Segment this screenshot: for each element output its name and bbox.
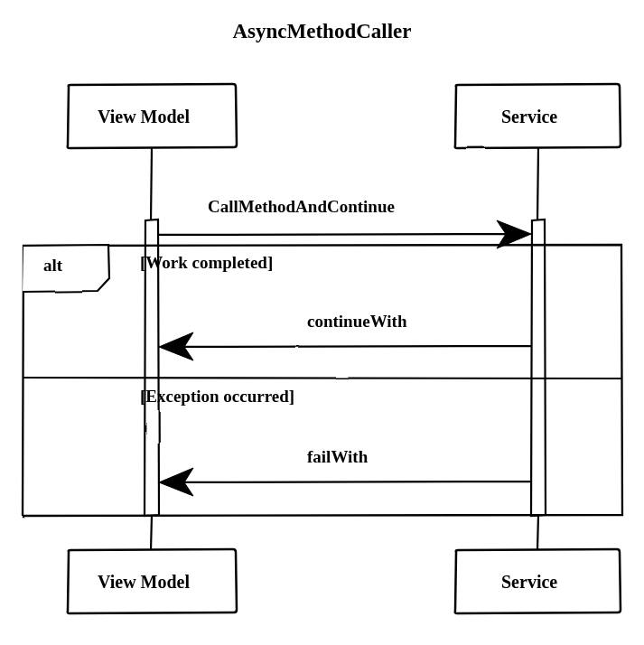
label-continuewith: continueWith [307,312,407,332]
lifeline-service-top [537,148,538,220]
diagram-title: AsyncMethodCaller [0,20,644,43]
lifeline-service-bottom [537,515,538,550]
lifeline-viewmodel-bottom [151,515,152,550]
label-guard2: [Exception occurred] [140,387,294,407]
alt-label-compartment [23,245,109,292]
label-viewmodel-top: View Model [98,107,190,127]
arrow-failwith [162,481,531,482]
label-failwith: failWith [307,447,368,467]
activation-service [531,220,546,516]
arrow-call [159,234,528,235]
arrow-continuewith [162,346,531,347]
label-service-bottom: Service [501,572,557,593]
alt-divider [23,378,621,379]
label-alt: alt [43,256,62,276]
lifeline-viewmodel-top [151,148,152,220]
label-service-top: Service [501,107,557,127]
label-guard1: [Work completed] [140,253,273,273]
label-call: CallMethodAndContinue [208,197,395,217]
label-viewmodel-bottom: View Model [98,572,190,593]
